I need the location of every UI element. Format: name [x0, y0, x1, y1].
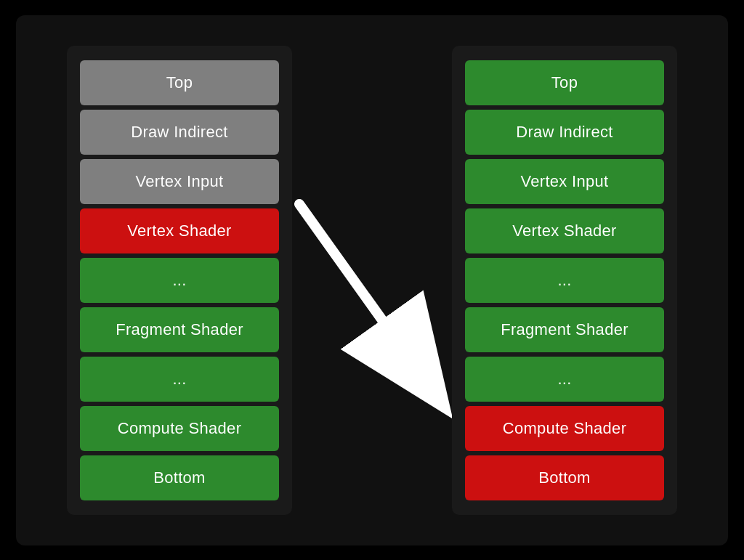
- left-panel-item-8: Bottom: [80, 455, 279, 500]
- right-panel: TopDraw IndirectVertex InputVertex Shade…: [452, 46, 677, 515]
- right-panel-item-0: Top: [465, 60, 664, 105]
- right-panel-item-6: ...: [465, 357, 664, 402]
- svg-line-1: [299, 204, 441, 402]
- right-panel-item-5: Fragment Shader: [465, 307, 664, 352]
- right-panel-item-3: Vertex Shader: [465, 208, 664, 253]
- right-panel-item-1: Draw Indirect: [465, 110, 664, 155]
- main-container: TopDraw IndirectVertex InputVertex Shade…: [16, 15, 728, 545]
- left-panel-item-5: Fragment Shader: [80, 307, 279, 352]
- left-panel-item-2: Vertex Input: [80, 159, 279, 204]
- left-panel: TopDraw IndirectVertex InputVertex Shade…: [67, 46, 292, 515]
- left-panel-item-7: Compute Shader: [80, 406, 279, 451]
- right-panel-item-2: Vertex Input: [465, 159, 664, 204]
- right-panel-item-4: ...: [465, 258, 664, 303]
- left-panel-item-0: Top: [80, 60, 279, 105]
- arrow-area: [292, 62, 452, 498]
- left-panel-item-4: ...: [80, 258, 279, 303]
- right-panel-item-7: Compute Shader: [465, 406, 664, 451]
- left-panel-item-6: ...: [80, 357, 279, 402]
- left-panel-item-1: Draw Indirect: [80, 110, 279, 155]
- right-panel-item-8: Bottom: [465, 455, 664, 500]
- left-panel-item-3: Vertex Shader: [80, 208, 279, 253]
